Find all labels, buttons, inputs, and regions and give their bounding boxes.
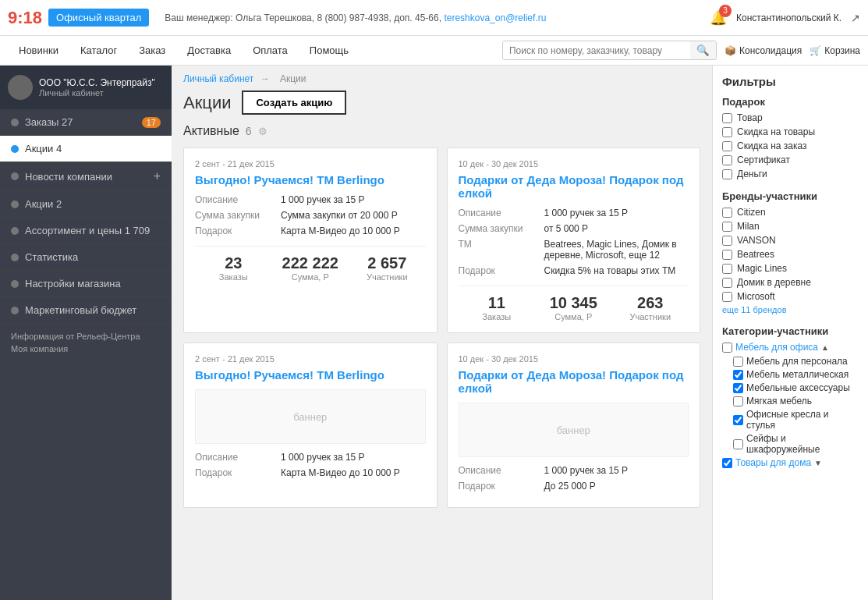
filter-skidka-tovary[interactable]: Скидка на товары (722, 126, 859, 137)
consolidation-link[interactable]: 📦 Консолидация (725, 45, 802, 56)
filter-checkbox-dengi[interactable] (722, 169, 732, 179)
category-tovary-dom[interactable]: Товары для дома ▼ (722, 457, 859, 468)
category-label-tovary-dom[interactable]: Товары для дома (735, 457, 811, 468)
office-quarter-label[interactable]: Офисный квартал (48, 9, 149, 27)
sidebar-item-marketing[interactable]: Маркетинговый бюджет (0, 297, 172, 324)
filter-checkbox-tovar[interactable] (722, 113, 732, 123)
filter-checkbox-skidka-tovary[interactable] (722, 127, 732, 137)
sidebar-label-assort: Ассортимент и цены 1 709 (25, 225, 150, 236)
filter-domik[interactable]: Домик в деревне (722, 277, 859, 288)
sidebar-item-statistika[interactable]: Статистика (0, 244, 172, 271)
filter-checkbox-chairs[interactable] (733, 415, 743, 425)
sidebar-label-novosti: Новости компании (25, 171, 112, 183)
chevron-tovary-dom[interactable]: ▼ (814, 459, 822, 467)
cart-link[interactable]: 🛒 Корзина (810, 45, 860, 56)
filter-citizen[interactable]: Citizen (722, 207, 859, 218)
card-field-label-podarok-3: Подарок (195, 467, 281, 478)
top-header: 9:18 Офисный квартал Ваш менеджер: Ольга… (0, 0, 868, 36)
card-field-label-summa-1: Сумма закупки (195, 210, 281, 221)
filter-microsoft[interactable]: Microsoft (722, 291, 859, 302)
manager-email[interactable]: tereshkova_on@relief.ru (444, 12, 546, 23)
breadcrumb-home[interactable]: Личный кабинет (183, 73, 253, 84)
nav-zakaz[interactable]: Заказ (128, 37, 176, 64)
filter-checkbox-soft[interactable] (733, 396, 743, 407)
sidebar-dot-zakazy (11, 119, 19, 126)
search-button[interactable]: 🔍 (690, 41, 716, 59)
filter-checkbox-metallic[interactable] (733, 370, 743, 380)
filters-panel: Фильтры Подарок Товар Скидка на товары С… (712, 66, 868, 600)
cards-grid: 2 сент - 21 дек 2015 Выгодно! Ручаемся! … (183, 147, 700, 508)
search-input[interactable] (503, 41, 690, 59)
manager-info: Ваш менеджер: Ольга Терешкова, 8 (800) 9… (165, 12, 710, 23)
category-sub-metallic: Мебель металлическая (733, 369, 859, 380)
filter-tovar[interactable]: Товар (722, 112, 859, 123)
nav-katalog[interactable]: Каталог (69, 37, 128, 64)
filter-checkbox-domik[interactable] (722, 278, 732, 288)
filter-sertifikat[interactable]: Сертификат (722, 154, 859, 165)
filter-more-brands[interactable]: еще 11 брендов (722, 305, 859, 314)
card-field-summa-1: Сумма закупки Сумма закупки от 20 000 Р (195, 210, 426, 221)
sidebar-dot-akcii (11, 145, 19, 153)
consolidation-label: Консолидация (739, 45, 802, 56)
filter-checkbox-accessories[interactable] (733, 383, 743, 393)
card-field-label-podarok-1: Подарок (195, 225, 281, 236)
notification-bell[interactable]: 🔔 3 (710, 9, 727, 27)
card-field-value-summa-2: от 5 000 Р (544, 223, 589, 234)
card-field-opisanie-3: Описание 1 000 ручек за 15 Р (195, 452, 426, 463)
filter-checkbox-skidka-zakaz[interactable] (722, 141, 732, 151)
sidebar-info-link[interactable]: Информация от Рельеф-Центра (11, 332, 161, 341)
logout-icon[interactable]: ↗ (851, 12, 860, 24)
user-name: Константинопольский К. (736, 12, 841, 23)
filter-checkbox-microsoft[interactable] (722, 292, 732, 302)
sidebar-company-link[interactable]: Моя компания (11, 344, 161, 353)
filter-checkbox-mebel-ofis[interactable] (722, 343, 732, 353)
card-field-value-opisanie-2: 1 000 ручек за 15 Р (544, 208, 629, 218)
filter-checkbox-sertifikat[interactable] (722, 155, 732, 165)
sidebar-item-akcii[interactable]: Акции 4 (0, 136, 172, 162)
filter-milan[interactable]: Milan (722, 221, 859, 232)
filter-checkbox-tovary-dom[interactable] (722, 458, 732, 468)
filter-magic-lines[interactable]: Magic Lines (722, 263, 859, 274)
filter-beatrees[interactable]: Beatrees (722, 249, 859, 260)
filter-checkbox-beatrees[interactable] (722, 250, 732, 260)
filter-checkbox-milan[interactable] (722, 222, 732, 232)
filter-vanson[interactable]: VANSON (722, 235, 859, 246)
card-title-4[interactable]: Подарки от Деда Мороза! Подарок под елко… (459, 368, 689, 395)
sidebar-item-left-marketing: Маркетинговый бюджет (11, 304, 136, 316)
stat-zakazy-1: 23 Заказы (195, 254, 272, 282)
card-field-value-opisanie-1: 1 000 ручек за 15 Р (281, 194, 365, 205)
card-title-3[interactable]: Выгодно! Ручаемся! ТМ Berlingo (195, 368, 426, 382)
filter-dengi[interactable]: Деньги (722, 169, 859, 179)
chevron-mebel-ofis[interactable]: ▲ (821, 343, 829, 352)
category-mebel-ofis[interactable]: Мебель для офиса ▲ (722, 342, 859, 353)
card-stats-1: 23 Заказы 222 222 Сумма, Р 2 657 Участни… (195, 246, 426, 282)
gear-icon[interactable]: ⚙ (258, 126, 267, 137)
sidebar-item-zakazy[interactable]: Заказы 27 17 (0, 109, 172, 136)
sidebar-dot-akcii2 (11, 201, 19, 208)
sidebar-item-akcii2[interactable]: Акции 2 (0, 191, 172, 218)
filter-checkbox-citizen[interactable] (722, 208, 732, 218)
breadcrumb: Личный кабинет → Акции (183, 73, 700, 84)
manager-text: Ваш менеджер: Ольга Терешкова, 8 (800) 9… (165, 12, 441, 23)
create-promo-button[interactable]: Создать акцию (242, 91, 346, 115)
sidebar-item-nastroyki[interactable]: Настройки магазина (0, 271, 172, 297)
filter-skidka-zakaz[interactable]: Скидка на заказ (722, 140, 859, 151)
sidebar-cabinet-label[interactable]: Личный кабинет (39, 88, 155, 98)
sidebar-plus-novosti[interactable]: + (154, 169, 161, 183)
category-label-mebel-ofis[interactable]: Мебель для офиса (735, 342, 818, 353)
card-title-2[interactable]: Подарки от Деда Мороза! Подарок под елко… (459, 173, 689, 200)
filter-checkbox-personal[interactable] (733, 357, 743, 367)
nav-novosti[interactable]: Новинки (8, 37, 69, 64)
nav-dostavka[interactable]: Доставка (176, 37, 242, 64)
filter-checkbox-magic-lines[interactable] (722, 264, 732, 274)
card-field-label-podarok-2: Подарок (459, 265, 544, 276)
section-title: Активные 6 ⚙ (183, 124, 700, 138)
card-title-1[interactable]: Выгодно! Ручаемся! ТМ Berlingo (195, 173, 426, 186)
nav-oplata[interactable]: Оплата (242, 37, 299, 64)
stat-label-participants-2: Участники (612, 312, 689, 321)
filter-checkbox-safes[interactable] (733, 439, 743, 449)
filter-checkbox-vanson[interactable] (722, 236, 732, 246)
sidebar-item-assort[interactable]: Ассортимент и цены 1 709 (0, 218, 172, 244)
nav-pomosh[interactable]: Помощь (299, 37, 360, 64)
sidebar-item-novosti[interactable]: Новости компании + (0, 162, 172, 191)
